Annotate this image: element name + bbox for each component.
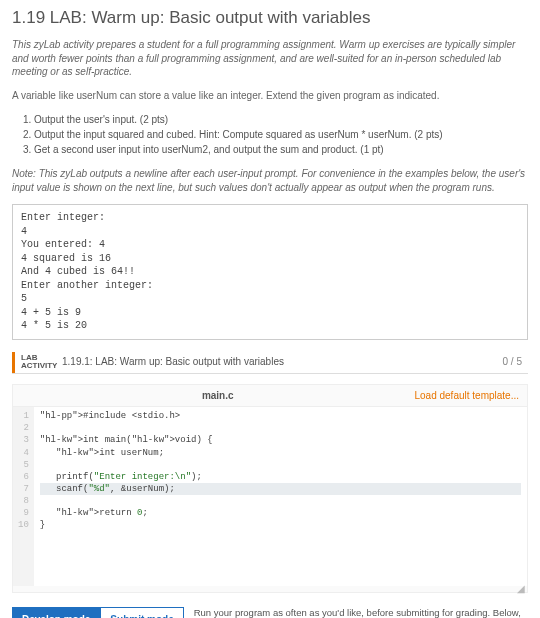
sample-output: Enter integer: 4 You entered: 4 4 square… [12,204,528,340]
line-gutter: 1 2 3 4 5 6 7 8 9 10 [13,407,34,586]
intro-text: This zyLab activity prepares a student f… [12,38,528,79]
mode-help-text: Run your program as often as you'd like,… [194,607,528,618]
activity-title: 1.19.1: LAB: Warm up: Basic output with … [56,352,497,374]
page-title: 1.19 LAB: Warm up: Basic output with var… [12,8,528,28]
steps-list: Output the user's input. (2 pts) Output … [34,112,528,157]
note-text: Note: This zyLab outputs a newline after… [12,167,528,194]
description-text: A variable like userNum can store a valu… [12,89,528,103]
activity-bar: LAB ACTIVITY 1.19.1: LAB: Warm up: Basic… [12,352,528,375]
code-body[interactable]: "hl-pp">#include <stdio.h> "hl-kw">int m… [34,407,527,586]
code-area[interactable]: 1 2 3 4 5 6 7 8 9 10 "hl-pp">#include <s… [13,406,527,586]
code-editor: main.c Load default template... 1 2 3 4 … [12,384,528,593]
submit-mode-button[interactable]: Submit mode [100,607,183,618]
step-item: Get a second user input into userNum2, a… [34,142,528,157]
resize-handle-icon[interactable]: ◢ [13,586,527,592]
step-item: Output the input squared and cubed. Hint… [34,127,528,142]
step-item: Output the user's input. (2 pts) [34,112,528,127]
load-default-link[interactable]: Load default template... [414,390,519,401]
file-tab[interactable]: main.c [21,390,414,401]
develop-mode-button[interactable]: Develop mode [12,607,100,618]
score-display: 0 / 5 [497,352,528,374]
lab-activity-tag: LAB ACTIVITY [12,352,56,374]
mode-toggle: Develop mode Submit mode [12,607,184,618]
